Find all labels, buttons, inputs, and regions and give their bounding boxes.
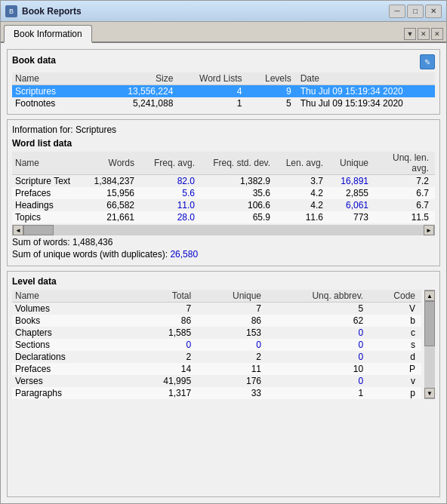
sum-unique-value: 26,580 [170,249,198,260]
cell-name: Scriptures [12,85,100,98]
sum-words-text: Sum of words: 1,488,436 [12,237,435,247]
cell-unique: 2,855 [329,187,375,199]
scroll-left-button[interactable]: ◄ [13,225,23,235]
level-table-wrap: Name Total Unique Unq. abbrev. Code Volu… [12,290,435,399]
cell-total: 7 [127,303,197,315]
book-data-icon[interactable]: ✎ [420,54,435,69]
cell-code: p [369,387,421,399]
horizontal-scrollbar[interactable]: ◄ ► [12,225,435,235]
cell-words: 66,582 [88,199,140,211]
cell-levels: 9 [248,85,297,98]
table-row[interactable]: Scriptures 13,556,224 4 9 Thu Jul 09 15:… [12,85,435,98]
level-table: Name Total Unique Unq. abbrev. Code Volu… [12,290,421,399]
app-icon-label: B [9,8,14,15]
level-data-section: Level data Name Total Unique Unq. abbrev… [7,271,440,497]
table-row[interactable]: Prefaces 14 11 10 P [12,363,421,375]
app-icon: B [5,5,17,17]
scroll-right-button[interactable]: ► [424,225,434,235]
wl-col-len-avg: Len. avg. [276,152,329,175]
cell-name: Declarations [12,351,127,363]
scroll-thumb[interactable] [23,225,54,235]
cell-code: c [369,327,421,339]
table-row[interactable]: Verses 41,995 176 0 v [12,375,421,387]
cell-word-lists: 1 [179,97,248,109]
cell-total: 1,585 [127,327,197,339]
word-list-body: Scripture Text 1,384,237 82.0 1,382.9 3.… [12,175,435,224]
table-row[interactable]: Volumes 7 7 5 V [12,303,421,315]
scroll-track[interactable] [23,225,424,235]
word-list-scroll-area[interactable]: Name Words Freq. avg. Freq. std. dev. Le… [12,152,435,223]
cell-len-avg: 3.7 [276,175,329,188]
close-window-button[interactable]: ✕ [425,5,442,18]
cell-code: v [369,375,421,387]
cell-len-avg: 4.2 [276,199,329,211]
sum-unique-text: Sum of unique words (with duplicates): 2… [12,249,435,260]
table-row[interactable]: Chapters 1,585 153 0 c [12,327,421,339]
wl-col-unique: Unique [329,152,375,175]
info-section: Information for: Scriptures Word list da… [7,119,440,266]
wl-col-unq-len: Unq. len. avg. [375,152,435,175]
wl-col-freq-avg: Freq. avg. [140,152,201,175]
cell-unique: 16,891 [329,175,375,188]
col-date: Date [297,72,435,85]
cell-unique: 7 [197,303,267,315]
cell-words: 1,384,237 [88,175,140,188]
book-data-header: Book data ✎ [12,54,435,69]
scroll-up-button[interactable]: ▲ [424,290,435,301]
table-row[interactable]: Sections 0 0 0 s [12,339,421,351]
table-row[interactable]: Declarations 2 2 0 d [12,351,421,363]
table-row[interactable]: Books 86 86 62 b [12,315,421,327]
cell-name: Books [12,315,127,327]
cell-unq-len: 6.7 [375,199,435,211]
cell-code: d [369,351,421,363]
cell-unq-abbrev: 10 [267,363,369,375]
window-title: Book Reports [22,6,389,17]
cell-unq-abbrev: 62 [267,315,369,327]
cell-freq-std: 35.6 [201,187,276,199]
lv-col-name: Name [12,290,127,303]
tab-book-information[interactable]: Book Information [4,25,92,43]
cell-unq-abbrev: 0 [267,375,369,387]
tab-label: Book Information [14,29,82,39]
minimize-button[interactable]: ─ [389,5,405,18]
lv-col-code: Code [369,290,421,303]
table-row[interactable]: Headings 66,582 11.0 106.6 4.2 6,061 6.7 [12,199,435,211]
table-row[interactable]: Prefaces 15,956 5.6 35.6 4.2 2,855 6.7 [12,187,435,199]
tab-close-button[interactable]: ✕ [431,28,443,40]
vertical-scrollbar[interactable]: ▲ ▼ [424,290,435,399]
cell-unq-abbrev: 5 [267,303,369,315]
cell-code: V [369,303,421,315]
tab-controls: ▼ ✕ ✕ [404,28,443,41]
window-controls: ─ □ ✕ [389,5,442,18]
cell-size: 13,556,224 [100,85,179,98]
cell-total: 2 [127,351,197,363]
book-data-section: Book data ✎ Name Size Word Lists Levels … [7,49,440,115]
cell-freq-avg: 82.0 [140,175,201,188]
wl-col-freq-std: Freq. std. dev. [201,152,276,175]
table-row[interactable]: Topics 21,661 28.0 65.9 11.6 773 11.5 [12,211,435,223]
table-row[interactable]: Scripture Text 1,384,237 82.0 1,382.9 3.… [12,175,435,188]
cell-size: 5,241,088 [100,97,179,109]
tab-pin-button[interactable]: ✕ [418,28,430,40]
cell-name: Chapters [12,327,127,339]
cell-unique: 33 [197,387,267,399]
vscroll-thumb[interactable] [424,301,435,346]
vscroll-track[interactable] [424,301,435,388]
table-row[interactable]: Paragraphs 1,317 33 1 p [12,387,421,399]
cell-name: Verses [12,375,127,387]
scroll-down-button[interactable]: ▼ [424,388,435,398]
cell-name: Footnotes [12,97,100,109]
table-row[interactable]: Footnotes 5,241,088 1 5 Thu Jul 09 15:19… [12,97,435,109]
cell-word-lists: 4 [179,85,248,98]
cell-unique: 0 [197,339,267,351]
tab-dropdown-button[interactable]: ▼ [404,28,416,40]
lv-col-total: Total [127,290,197,303]
maximize-button[interactable]: □ [407,5,424,18]
cell-unq-abbrev: 1 [267,387,369,399]
cell-name: Prefaces [12,187,88,199]
cell-unq-abbrev: 0 [267,339,369,351]
book-table-header-row: Name Size Word Lists Levels Date [12,72,435,85]
word-list-header-row: Name Words Freq. avg. Freq. std. dev. Le… [12,152,435,175]
cell-date: Thu Jul 09 15:19:34 2020 [297,97,435,109]
cell-name: Prefaces [12,363,127,375]
